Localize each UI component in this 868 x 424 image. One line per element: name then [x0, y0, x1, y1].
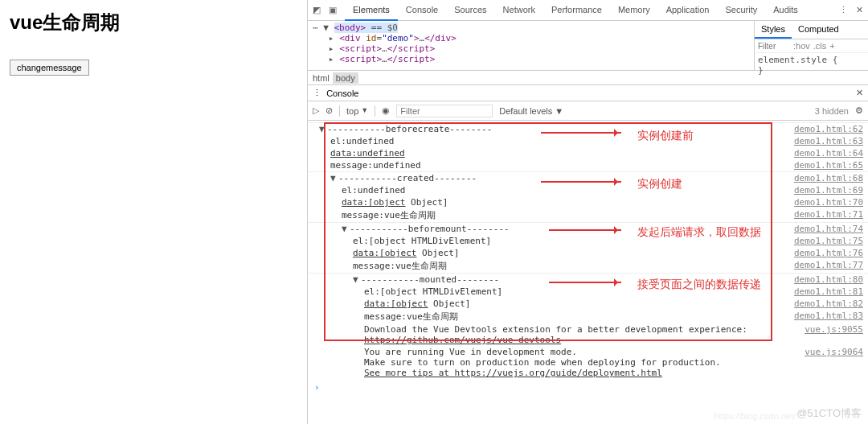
page-title: vue生命周期 — [10, 10, 297, 35]
console-prompt[interactable]: › — [308, 381, 868, 394]
cls-toggle[interactable]: .cls — [813, 41, 827, 51]
console-row: ▼-----------mounted--------demo1.html:80 — [308, 273, 868, 286]
source-link[interactable]: demo1.html:77 — [788, 260, 863, 272]
tab-computed[interactable]: Computed — [792, 21, 845, 39]
console-row: You are running Vue in development mode.… — [308, 346, 868, 379]
annotation-text: 实例创建前 — [637, 129, 694, 143]
source-link[interactable]: demo1.html:74 — [788, 224, 863, 234]
elements-source[interactable]: ⋯ ▼ <body> == $0 ▸ <div id="demo">…</div… — [308, 21, 754, 70]
more-icon[interactable]: ⋮ — [839, 5, 848, 15]
console-row: data:[object Object]demo1.html:70 — [308, 196, 868, 208]
page-left: vue生命周期 changemessage — [0, 0, 307, 85]
console-row: el:[object HTMLDivElement]demo1.html:75 — [308, 235, 868, 247]
close-icon[interactable]: ✕ — [856, 5, 863, 15]
source-link[interactable]: vue.js:9064 — [798, 347, 863, 378]
source-link[interactable]: demo1.html:83 — [788, 311, 863, 323]
clear-icon[interactable]: ⊘ — [326, 105, 333, 116]
annotation-arrow — [549, 282, 621, 283]
inspect-icon[interactable]: ◩ — [313, 5, 321, 15]
annotation-text: 实例创建 — [637, 177, 682, 191]
annotation-arrow — [541, 132, 621, 134]
execute-icon[interactable]: ▷ — [313, 105, 319, 116]
gear-icon[interactable]: ⚙ — [855, 105, 863, 116]
caret-icon[interactable]: ▼ — [319, 124, 327, 134]
source-link[interactable]: demo1.html:76 — [788, 248, 863, 258]
tab-styles[interactable]: Styles — [755, 21, 792, 39]
breadcrumb: html body — [308, 71, 868, 85]
source-link[interactable]: demo1.html:65 — [788, 160, 863, 171]
caret-icon[interactable]: ▼ — [342, 224, 350, 234]
annotation-text: 发起后端请求，取回数据 — [637, 225, 761, 240]
devtools-panel: ◩ ▣ ElementsConsoleSourcesNetworkPerform… — [307, 0, 868, 424]
console-close-icon[interactable]: ✕ — [856, 88, 863, 98]
hidden-count: 3 hidden — [815, 106, 849, 116]
console-label: Console — [326, 89, 856, 98]
console-toolbar: ▷ ⊘ top ▼ ◉ Default levels ▼ 3 hidden ⚙ — [308, 101, 868, 121]
changemessage-button[interactable]: changemessage — [10, 60, 89, 76]
console-row: data:[object Object]demo1.html:82 — [308, 298, 868, 310]
console-row: el:undefineddemo1.html:63 — [308, 135, 868, 147]
source-link[interactable]: demo1.html:64 — [788, 148, 863, 158]
watermark-csdn: https://blog.csdn.net/ — [714, 411, 796, 421]
source-link[interactable]: demo1.html:68 — [788, 173, 863, 183]
source-link[interactable]: demo1.html:81 — [788, 286, 863, 297]
tab-security[interactable]: Security — [717, 0, 765, 21]
annotation-arrow — [549, 229, 621, 231]
console-drawer-header: ⋮ Console ✕ — [308, 85, 868, 101]
eye-icon[interactable]: ◉ — [382, 105, 390, 116]
devtools-tabs: ElementsConsoleSourcesNetworkPerformance… — [345, 0, 831, 21]
add-rule-icon[interactable]: + — [829, 41, 834, 51]
elements-row: ⋯ ▼ <body> == $0 ▸ <div id="demo">…</div… — [308, 21, 868, 71]
tab-console[interactable]: Console — [398, 0, 446, 21]
source-link[interactable]: demo1.html:62 — [788, 124, 863, 134]
console-row: ▼-----------beforemount--------demo1.htm… — [308, 222, 868, 235]
drawer-more-icon[interactable]: ⋮ — [313, 88, 321, 98]
tab-application[interactable]: Application — [658, 0, 718, 21]
caret-icon[interactable]: ▼ — [330, 173, 338, 183]
styles-pane: Styles Computed :hov .cls + element.styl… — [754, 21, 868, 70]
tab-network[interactable]: Network — [495, 0, 543, 21]
style-rule-open: element.style { — [758, 55, 865, 65]
console-row: data:undefineddemo1.html:64 — [308, 147, 868, 159]
tab-memory[interactable]: Memory — [610, 0, 658, 21]
device-icon[interactable]: ▣ — [329, 5, 337, 15]
levels-select[interactable]: Default levels ▼ — [499, 106, 563, 116]
source-link[interactable]: demo1.html:69 — [788, 185, 863, 196]
breadcrumb-html[interactable]: html — [313, 73, 330, 83]
source-link[interactable]: demo1.html:82 — [788, 298, 863, 309]
console-row: data:[object Object]demo1.html:76 — [308, 247, 868, 259]
source-link[interactable]: demo1.html:63 — [788, 136, 863, 146]
tab-audits[interactable]: Audits — [765, 0, 806, 21]
source-link[interactable]: demo1.html:75 — [788, 236, 863, 246]
source-link[interactable]: demo1.html:71 — [788, 209, 863, 221]
context-select[interactable]: top ▼ — [346, 106, 368, 116]
console-row: message:vue生命周期demo1.html:83 — [308, 310, 868, 323]
console-row: message:vue生命周期demo1.html:71 — [308, 208, 868, 222]
breadcrumb-body[interactable]: body — [333, 72, 358, 84]
hov-toggle[interactable]: :hov — [793, 41, 810, 51]
caret-icon[interactable]: ▼ — [353, 274, 361, 285]
source-link[interactable]: vue.js:9055 — [798, 324, 863, 345]
source-link[interactable]: demo1.html:80 — [788, 274, 863, 285]
annotation-text: 接受页面之间的数据传递 — [637, 278, 761, 292]
console-row: Download the Vue Devtools extension for … — [308, 323, 868, 346]
source-link[interactable]: demo1.html:70 — [788, 197, 863, 208]
tab-elements[interactable]: Elements — [345, 0, 398, 21]
console-body: ▼-----------beforecreate--------demo1.ht… — [308, 121, 868, 424]
console-row: el:undefineddemo1.html:69 — [308, 184, 868, 196]
console-row: el:[object HTMLDivElement]demo1.html:81 — [308, 286, 868, 298]
tab-sources[interactable]: Sources — [446, 0, 494, 21]
styles-filter-input[interactable] — [758, 42, 790, 51]
console-row: message:vue生命周期demo1.html:77 — [308, 259, 868, 273]
annotation-arrow — [541, 181, 621, 183]
console-filter-input[interactable] — [396, 105, 493, 117]
watermark-51cto: @51CTO博客 — [796, 406, 862, 421]
devtools-toolbar: ◩ ▣ ElementsConsoleSourcesNetworkPerform… — [308, 0, 868, 21]
console-row: message:undefineddemo1.html:65 — [308, 159, 868, 171]
tab-performance[interactable]: Performance — [543, 0, 610, 21]
